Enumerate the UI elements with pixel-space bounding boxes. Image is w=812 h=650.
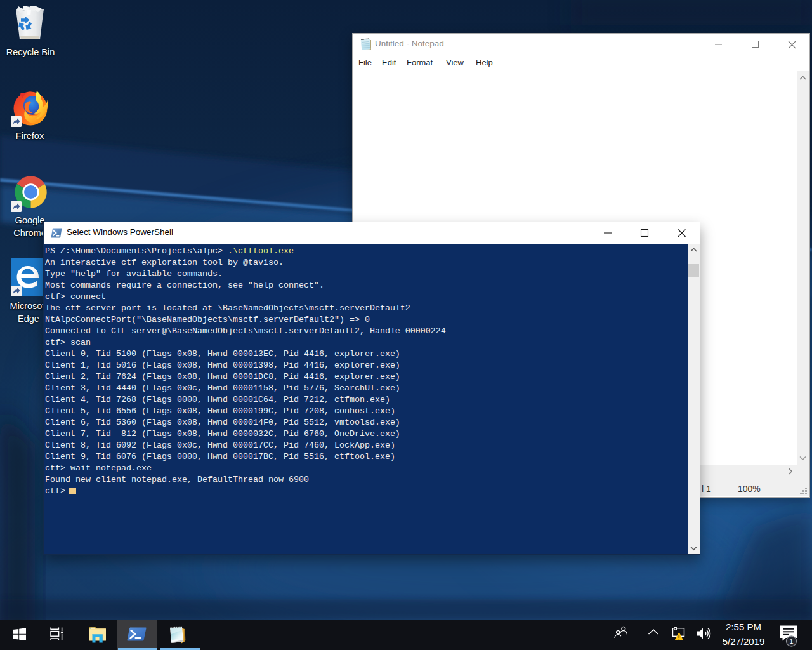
- svg-text:1: 1: [789, 637, 793, 645]
